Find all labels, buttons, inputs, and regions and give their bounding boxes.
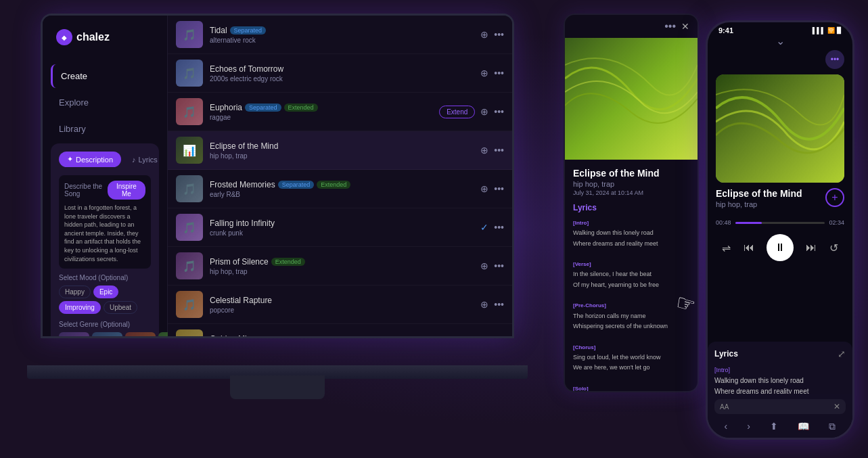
badge-separated-frosted: Separated	[278, 181, 315, 189]
add-icon-celestial[interactable]: ⊕	[480, 299, 488, 310]
detail-date: July 31, 2024 at 10:14 AM	[573, 189, 689, 196]
song-item-euphoria[interactable]: 🎵 Euphoria Separated Extended raggae Ext…	[168, 93, 512, 131]
phone-add-button[interactable]: +	[825, 188, 844, 207]
phone-album-art	[716, 74, 844, 183]
phone-progress-bar[interactable]	[735, 222, 825, 224]
lyrics-popup-expand-icon[interactable]: ⤢	[838, 348, 846, 359]
song-item-falling[interactable]: 🎵 Falling into Infinity crunk punk ✓ •••	[168, 208, 512, 247]
more-icon-falling[interactable]: •••	[494, 222, 504, 233]
song-actions-falling: ✓ •••	[480, 222, 504, 233]
inspire-button[interactable]: Inspire Me	[108, 181, 145, 200]
more-icon-prism[interactable]: •••	[494, 260, 504, 271]
album-art-svg	[565, 38, 698, 160]
font-size-control[interactable]: AA	[720, 403, 729, 411]
song-thumb-tidal: 🎵	[176, 21, 203, 48]
song-item-tidal[interactable]: 🎵 Tidal Separated alternative rock ⊕ •••	[168, 16, 512, 54]
lyrics-intro-label: [Intro]	[714, 367, 730, 373]
phone-bookmarks-icon[interactable]: 📖	[798, 421, 809, 432]
phone-play-pause-button[interactable]: ⏸	[767, 234, 794, 261]
laptop-mockup: ◆ chalez Create Explore Library	[41, 14, 541, 433]
song-genre-echoes: 2000s electric edgy rock	[210, 75, 480, 83]
song-actions-eclipse: ⊕ •••	[480, 145, 504, 156]
genre-jazz[interactable]: Jazz	[125, 332, 156, 338]
tab-description[interactable]: ✦ Description	[59, 152, 121, 167]
song-title-prism: Prism of Silence Extended	[210, 257, 480, 267]
more-icon-eclipse[interactable]: •••	[494, 145, 504, 156]
song-thumb-falling: 🎵	[176, 214, 203, 241]
phone-forward-icon[interactable]: ›	[747, 421, 750, 432]
mood-section: Select Mood (Optional) Happy Epic Improv…	[59, 274, 151, 314]
phone-more-button[interactable]: •••	[825, 50, 844, 69]
sidebar-item-create-label: Create	[61, 71, 87, 81]
phone-repeat-button[interactable]: ↺	[829, 242, 838, 254]
add-icon-echoes[interactable]: ⊕	[480, 68, 488, 78]
sidebar-item-create[interactable]: Create	[51, 64, 159, 88]
song-info-frosted: Frosted Memories Separated Extended earl…	[210, 180, 480, 198]
song-actions-prism: ⊕ •••	[480, 260, 504, 271]
song-item-golden[interactable]: 🎵 Golden Mirage soulful folk ⊕ •••	[168, 324, 512, 336]
mood-epic[interactable]: Epic	[93, 285, 118, 298]
logo-text: chalez	[76, 31, 110, 43]
sidebar-item-explore[interactable]: Explore	[51, 91, 159, 114]
lyrics-intro-text: Walking down this lonely roadWhere dream…	[714, 377, 809, 395]
phone-tabs-icon[interactable]: ⧉	[829, 421, 836, 432]
add-icon-eclipse[interactable]: ⊕	[480, 145, 488, 156]
song-item-prism[interactable]: 🎵 Prism of Silence Extended hip hop, tra…	[168, 247, 512, 285]
phone-time: 9:41	[718, 26, 733, 35]
song-genre-prism: hip hop, trap	[210, 268, 480, 275]
detail-menu-icon[interactable]: •••	[664, 20, 676, 32]
phone-back-icon[interactable]: ‹	[725, 421, 728, 432]
song-item-eclipse[interactable]: 📊 Eclipse of the Mind hip hop, trap ⊕ ••…	[168, 131, 512, 170]
song-info-eclipse: Eclipse of the Mind hip hop, trap	[210, 141, 480, 160]
song-item-frosted[interactable]: 🎵 Frosted Memories Separated Extended ea…	[168, 170, 512, 208]
song-title-tidal: Tidal Separated	[210, 26, 480, 35]
more-icon-frosted[interactable]: •••	[494, 183, 504, 194]
app-container: ◆ chalez Create Explore Library	[43, 16, 512, 336]
phone-prev-button[interactable]: ⏮	[744, 242, 754, 254]
song-item-echoes[interactable]: 🎵 Echoes of Tomorrow 2000s electric edgy…	[168, 54, 512, 93]
song-genre-celestial: popcore	[210, 306, 480, 314]
more-icon-euphoria[interactable]: •••	[494, 106, 504, 117]
genre-label: Select Genre (Optional)	[59, 321, 151, 328]
search-clear-icon[interactable]: ✕	[833, 402, 840, 411]
detail-close-button[interactable]: ✕	[681, 21, 689, 32]
song-item-celestial[interactable]: 🎵 Celestial Rapture popcore ⊕ •••	[168, 285, 512, 324]
more-icon-celestial[interactable]: •••	[494, 299, 504, 310]
genre-cinematic[interactable]: Cinematic	[92, 332, 122, 338]
genre-section: Select Genre (Optional) Random Cinematic	[59, 321, 151, 338]
lyrics-popup-title: Lyrics	[714, 349, 738, 359]
phone-share-icon[interactable]: ⬆	[770, 421, 778, 432]
add-icon-frosted[interactable]: ⊕	[480, 183, 488, 194]
song-title-echoes: Echoes of Tomorrow	[210, 64, 480, 74]
genre-random[interactable]: Random	[59, 332, 89, 338]
song-thumb-prism: 🎵	[176, 252, 203, 279]
add-icon-prism[interactable]: ⊕	[480, 260, 488, 271]
description-text: Lost in a forgotten forest, a lone trave…	[64, 204, 145, 263]
phone-time-current: 00:48	[716, 219, 731, 226]
add-icon-euphoria[interactable]: ⊕	[480, 106, 488, 117]
extend-button-euphoria[interactable]: Extend	[439, 106, 475, 118]
more-icon-echoes[interactable]: •••	[494, 68, 504, 78]
tab-lyrics[interactable]: ♪ Lyrics	[124, 152, 166, 167]
song-genre-eclipse: hip hop, trap	[210, 152, 480, 160]
song-title-golden: Golden Mirage	[210, 334, 480, 337]
song-actions-echoes: ⊕ •••	[480, 68, 504, 78]
add-icon-tidal[interactable]: ⊕	[480, 29, 488, 40]
phone-album-art-svg	[716, 74, 844, 183]
phone-controls: ⇌ ⏮ ⏸ ⏭ ↺	[716, 234, 844, 261]
mood-upbeat[interactable]: Upbeat	[104, 301, 137, 314]
phone-song-title: Eclipse of the Mind	[716, 188, 802, 199]
song-info-falling: Falling into Infinity crunk punk	[210, 219, 480, 237]
badge-separated-euphoria: Separated	[245, 104, 281, 112]
more-icon-tidal[interactable]: •••	[494, 29, 504, 40]
mood-happy[interactable]: Happy	[59, 285, 91, 298]
detail-genre: hip hop, trap	[573, 180, 689, 188]
chevron-down-icon[interactable]: ⌄	[716, 35, 844, 47]
badge-separated-tidal: Separated	[230, 26, 267, 35]
phone-shuffle-button[interactable]: ⇌	[722, 242, 731, 254]
sidebar-item-library[interactable]: Library	[51, 117, 159, 141]
phone-next-button[interactable]: ⏭	[806, 242, 817, 254]
detail-lyrics-label: Lyrics	[573, 203, 689, 212]
mood-improving[interactable]: Improving	[59, 301, 101, 314]
genre-grid: Random Cinematic Jazz	[59, 332, 151, 338]
